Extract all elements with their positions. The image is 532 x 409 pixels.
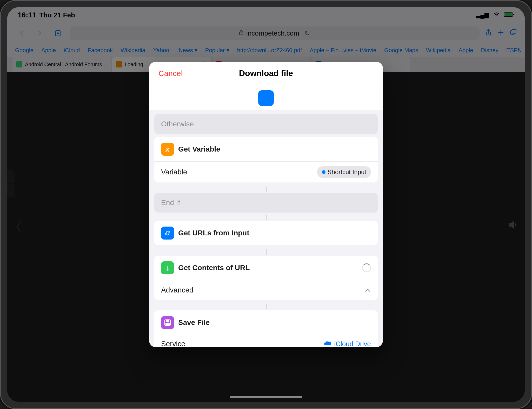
shortcut-input-badge[interactable]: Shortcut Input [317,166,371,178]
get-urls-name: Get URLs from Input [178,229,249,237]
get-contents-header: ↓ Get Contents of URL [154,256,378,280]
get-urls-block[interactable]: Get URLs from Input [154,221,378,245]
ipad-frame: 16:11 Thu 21 Feb ▂▄▆ [0,0,532,409]
save-file-icon [161,316,174,329]
get-variable-block[interactable]: x Get Variable Variable Shortcut Input [154,137,378,182]
save-file-name: Save File [178,318,210,327]
save-file-block[interactable]: Save File Service iCloud Drive [154,310,378,347]
get-contents-icon: ↓ [161,261,174,274]
end-if-block: End If [154,193,378,213]
modal-overlay: Cancel Download file Otherwise [7,7,525,402]
get-contents-name: Get Contents of URL [178,264,250,272]
connector-4 [149,303,383,310]
service-label: Service [161,340,185,347]
svg-rect-13 [166,320,169,322]
get-contents-block[interactable]: ↓ Get Contents of URL Advanced [154,256,378,300]
save-file-header: Save File [154,310,378,335]
modal-app-area [149,85,383,110]
connector-line-2 [266,215,267,220]
variable-row[interactable]: Variable Shortcut Input [154,161,378,182]
ipad-screen: 16:11 Thu 21 Feb ▂▄▆ [7,7,525,402]
advanced-label: Advanced [161,286,194,294]
service-row[interactable]: Service iCloud Drive [154,335,378,347]
connector-2 [149,214,383,221]
icloud-icon [324,340,331,347]
shortcut-input-dot [322,170,325,174]
shortcut-modal: Cancel Download file Otherwise [149,62,383,347]
connector-1 [149,186,383,193]
otherwise-section: Otherwise [154,114,378,134]
modal-title: Download file [239,69,293,78]
advanced-header[interactable]: Advanced [154,280,378,300]
modal-header: Cancel Download file [149,62,383,85]
connector-line-3 [266,249,267,255]
modal-content: Otherwise x Get Variable Variable [149,110,383,347]
get-variable-header: x Get Variable [154,137,378,161]
connector-line-4 [266,304,267,309]
connector-line-1 [266,187,267,192]
end-if-label: End If [161,199,180,207]
connector-3 [149,248,383,256]
get-urls-header: Get URLs from Input [154,221,378,245]
get-urls-icon [161,227,174,240]
variable-label: Variable [161,168,187,176]
loading-spinner [362,263,371,272]
cancel-button[interactable]: Cancel [158,69,183,78]
shortcut-input-text: Shortcut Input [328,168,366,176]
modal-app-icon [258,90,274,106]
get-variable-icon: x [161,143,174,156]
home-indicator[interactable] [230,396,302,398]
icloud-badge[interactable]: iCloud Drive [324,340,371,347]
advanced-chevron-icon [365,286,371,294]
icloud-drive-text: iCloud Drive [334,340,371,347]
get-variable-name: Get Variable [178,145,220,153]
otherwise-label: Otherwise [161,120,194,128]
variable-value: Shortcut Input [317,166,371,178]
svg-rect-14 [165,323,170,325]
